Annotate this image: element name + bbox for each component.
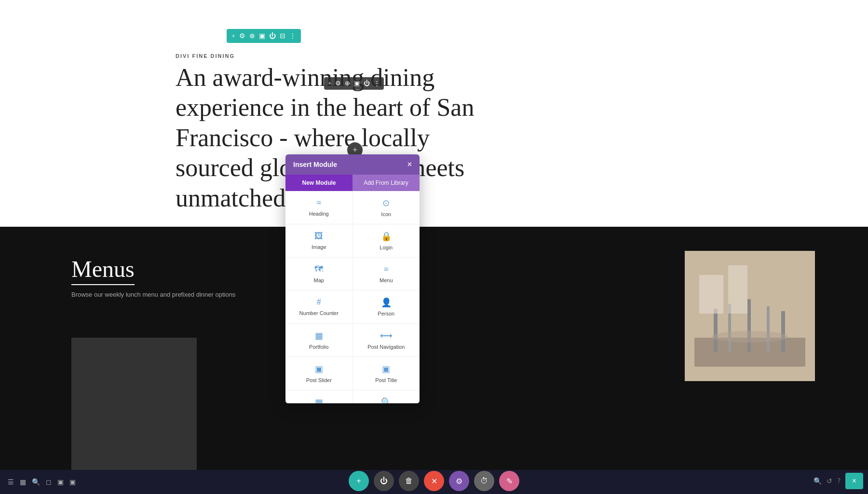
bottom-grid-icon[interactable]: ▦ bbox=[20, 478, 26, 486]
settings-button[interactable]: ⚙ bbox=[449, 471, 469, 491]
module-search[interactable]: 🔍 Search bbox=[353, 390, 420, 403]
menus-subtitle: Browse our weekly lunch menu and prefixe… bbox=[71, 291, 235, 298]
module-post-title[interactable]: ▣ Post Title bbox=[353, 357, 420, 390]
menu-label: Menu bbox=[380, 277, 393, 283]
post-title-icon: ▣ bbox=[382, 364, 390, 374]
post-navigation-icon: ⟷ bbox=[380, 330, 393, 341]
person-icon: 👤 bbox=[381, 297, 392, 308]
bottom-mobile-icon[interactable]: ▣ bbox=[69, 478, 76, 486]
dialog-header: Insert Module × bbox=[285, 154, 420, 175]
bottom-search-icon[interactable]: 🔍 bbox=[32, 478, 40, 486]
dining-image-svg bbox=[685, 251, 815, 381]
svg-rect-8 bbox=[699, 275, 723, 314]
module-map[interactable]: 🗺 Map bbox=[285, 258, 353, 290]
toolbar-add-icon[interactable]: + bbox=[231, 32, 235, 40]
menu-icon: ≡ bbox=[384, 264, 389, 274]
right-image bbox=[685, 251, 815, 381]
module-person[interactable]: 👤 Person bbox=[353, 290, 420, 323]
toolbar-delete-icon[interactable]: ⊟ bbox=[280, 32, 285, 40]
dialog-close-button[interactable]: × bbox=[407, 160, 412, 169]
inline-power-icon[interactable]: ⏻ bbox=[364, 80, 370, 87]
post-title-label: Post Title bbox=[375, 377, 397, 383]
history-button[interactable]: ⏱ bbox=[474, 471, 494, 491]
dialog-title: Insert Module bbox=[293, 161, 337, 168]
image-label: Image bbox=[312, 244, 326, 250]
svg-rect-4 bbox=[747, 299, 751, 352]
module-pricing-tables[interactable]: ▦ Pricing Tables bbox=[285, 390, 353, 403]
add-button[interactable]: + bbox=[349, 471, 369, 491]
login-icon: 🔒 bbox=[381, 231, 392, 242]
portfolio-label: Portfolio bbox=[309, 344, 328, 350]
post-slider-icon: ▣ bbox=[315, 364, 323, 374]
person-label: Person bbox=[378, 311, 394, 316]
close-button[interactable]: ✕ bbox=[424, 471, 444, 491]
toolbar-more-icon[interactable]: ⋮ bbox=[289, 32, 296, 40]
svg-rect-6 bbox=[781, 311, 785, 352]
inline-settings-icon[interactable]: ⚙ bbox=[335, 80, 341, 87]
inline-duplicate-icon[interactable]: ⊕ bbox=[345, 80, 350, 87]
toolbar-settings-icon[interactable]: ⚙ bbox=[239, 32, 245, 40]
menus-section: Menus Browse our weekly lunch menu and p… bbox=[71, 256, 235, 298]
dialog-tabs: New Module Add From Library bbox=[285, 175, 420, 191]
top-module-toolbar[interactable]: + ⚙ ⊕ ▣ ⏻ ⊟ ⋮ bbox=[227, 29, 301, 43]
module-login[interactable]: 🔒 Login bbox=[353, 224, 420, 257]
module-heading[interactable]: ≡ Heading bbox=[285, 191, 353, 224]
insert-module-dialog: Insert Module × New Module Add From Libr… bbox=[285, 154, 420, 403]
tab-add-from-library[interactable]: Add From Library bbox=[353, 175, 420, 191]
brand-label: DIVI FINE DINING bbox=[176, 53, 235, 59]
pricing-tables-icon: ▦ bbox=[315, 397, 323, 403]
module-post-slider[interactable]: ▣ Post Slider bbox=[285, 357, 353, 390]
bottom-tablet-icon[interactable]: ▣ bbox=[57, 478, 64, 486]
module-post-navigation[interactable]: ⟷ Post Navigation bbox=[353, 324, 420, 357]
map-label: Map bbox=[314, 277, 324, 283]
portfolio-icon: ▦ bbox=[315, 330, 323, 341]
module-icon[interactable]: ⊙ Icon bbox=[353, 191, 420, 224]
right-image-inner bbox=[685, 251, 815, 381]
toolbar-power-icon[interactable]: ⏻ bbox=[269, 32, 276, 40]
exit-button[interactable]: × bbox=[845, 473, 863, 489]
toolbar-duplicate-icon[interactable]: ⊕ bbox=[249, 32, 255, 40]
post-slider-label: Post Slider bbox=[306, 377, 332, 383]
bottom-menu-icon[interactable]: ☰ bbox=[8, 478, 14, 486]
image-icon: 🖼 bbox=[314, 231, 323, 241]
number-counter-label: Number Counter bbox=[299, 310, 339, 316]
bottom-desktop-icon[interactable]: ◻ bbox=[46, 478, 52, 486]
heading-icon: ≡ bbox=[316, 198, 321, 208]
module-number-counter[interactable]: # Number Counter bbox=[285, 290, 353, 323]
module-image[interactable]: 🖼 Image bbox=[285, 224, 353, 257]
module-grid: ≡ Heading ⊙ Icon 🖼 Image 🔒 Login 🗺 Map ≡… bbox=[285, 191, 420, 403]
svg-rect-2 bbox=[714, 309, 718, 352]
inline-add-icon[interactable]: + bbox=[328, 80, 331, 87]
post-navigation-label: Post Navigation bbox=[367, 344, 405, 350]
dark-image-left bbox=[71, 338, 197, 482]
map-icon: 🗺 bbox=[314, 264, 323, 274]
bottom-center-buttons: + ⏻ 🗑 ✕ ⚙ ⏱ ✎ bbox=[349, 471, 519, 491]
power-button[interactable]: ⏻ bbox=[374, 471, 394, 491]
number-counter-icon: # bbox=[317, 297, 321, 307]
heading-label: Heading bbox=[309, 211, 329, 217]
svg-rect-9 bbox=[728, 265, 747, 314]
login-label: Login bbox=[380, 245, 393, 250]
inline-grid-icon[interactable]: ▣ bbox=[354, 80, 360, 87]
svg-rect-5 bbox=[767, 306, 770, 352]
menus-title: Menus bbox=[71, 256, 135, 285]
bottom-right-icons: 🔍 ↺ ? × bbox=[814, 473, 863, 489]
search-icon: 🔍 bbox=[381, 397, 392, 403]
toolbar-grid-icon[interactable]: ▣ bbox=[259, 32, 265, 40]
module-menu[interactable]: ≡ Menu bbox=[353, 258, 420, 290]
zoom-search-icon[interactable]: 🔍 bbox=[814, 477, 822, 485]
module-portfolio[interactable]: ▦ Portfolio bbox=[285, 324, 353, 357]
delete-button[interactable]: 🗑 bbox=[399, 471, 419, 491]
svg-point-7 bbox=[711, 331, 788, 343]
icon-icon: ⊙ bbox=[382, 198, 390, 208]
edit-button[interactable]: ✎ bbox=[499, 471, 519, 491]
help-icon[interactable]: ? bbox=[837, 477, 840, 485]
inline-more-icon[interactable]: ⋮ bbox=[374, 80, 380, 87]
refresh-icon[interactable]: ↺ bbox=[827, 477, 832, 485]
tab-new-module[interactable]: New Module bbox=[285, 175, 353, 191]
inline-module-toolbar[interactable]: + ⚙ ⊕ ▣ ⏻ ⋮ bbox=[324, 77, 384, 90]
icon-label: Icon bbox=[381, 211, 391, 217]
